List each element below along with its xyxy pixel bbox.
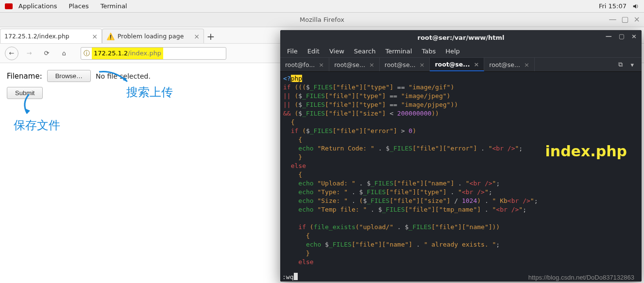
window-close-icon[interactable]: ×: [634, 15, 640, 24]
terminal-title: root@ser:/var/www/html: [417, 34, 504, 41]
url-path: /index.php: [128, 50, 161, 57]
browse-button[interactable]: Browse…: [47, 70, 91, 82]
filename-label: Filename:: [7, 72, 42, 81]
tab-label: Problem loading page: [118, 33, 184, 40]
window-maximize-icon[interactable]: ▢: [621, 15, 628, 24]
annotation-save-file: 保存文件: [14, 117, 60, 133]
firefox-tab-1[interactable]: 172.25.1.2/index.php ×: [0, 29, 102, 43]
no-file-text: No file selected.: [96, 72, 151, 80]
site-info-icon[interactable]: ⓘ: [81, 48, 92, 59]
code-token: <?: [283, 75, 291, 82]
terminal-body[interactable]: <?php if ((($_FILES["file"]["type"] == "…: [280, 72, 642, 282]
cursor-icon: [294, 273, 298, 280]
terminal-tab-4[interactable]: root@se...×: [484, 58, 535, 71]
terminal-maximize-icon[interactable]: ▢: [619, 33, 625, 40]
terminal-tab-label: root@se...: [334, 61, 365, 68]
vim-command: :wq: [282, 273, 293, 282]
gnome-top-bar: Applications Places Terminal Fri 15:07: [0, 0, 644, 13]
terminal-close-icon[interactable]: ×: [631, 33, 637, 40]
tab-close-icon[interactable]: ×: [92, 33, 98, 40]
menu-terminal[interactable]: Terminal: [101, 2, 127, 10]
tab-close-icon[interactable]: ×: [194, 33, 200, 40]
terminal-tab-1[interactable]: root@se...×: [329, 58, 380, 71]
tab-close-icon[interactable]: ×: [369, 61, 374, 68]
code-filename-overlay: index.php: [545, 147, 627, 156]
menu-applications[interactable]: Applications: [18, 2, 57, 10]
menu-places[interactable]: Places: [68, 2, 88, 10]
firefox-tab-2[interactable]: ⚠️ Problem loading page ×: [102, 29, 204, 43]
terminal-new-tab-icon[interactable]: ⧉: [614, 58, 627, 71]
nav-back-button[interactable]: ←: [5, 47, 18, 60]
terminal-tab-label: root@se...: [435, 61, 470, 68]
firefox-title: Mozilla Firefox: [300, 16, 344, 23]
reload-button[interactable]: ⟳: [40, 47, 53, 60]
tab-close-icon[interactable]: ×: [319, 61, 324, 68]
volume-icon[interactable]: [632, 3, 639, 10]
watermark: https://blog.csdn.net/DoDo837132863: [528, 274, 634, 281]
terminal-tab-label: root@fo...: [285, 61, 315, 68]
terminal-tab-3[interactable]: root@se...×: [430, 58, 484, 71]
terminal-titlebar: root@ser:/var/www/html — ▢ ×: [280, 30, 642, 45]
new-tab-button[interactable]: +: [204, 30, 218, 43]
home-button[interactable]: ⌂: [57, 47, 71, 60]
code-token: php: [291, 75, 302, 82]
menu-search[interactable]: Search: [354, 48, 376, 55]
terminal-tab-strip: root@fo...× root@se...× root@se...× root…: [280, 57, 642, 72]
terminal-tab-2[interactable]: root@se...×: [380, 58, 430, 71]
menu-tabs[interactable]: Tabs: [422, 48, 436, 55]
menu-file[interactable]: File: [287, 48, 298, 55]
menu-view[interactable]: View: [329, 48, 344, 55]
menu-terminal[interactable]: Terminal: [385, 48, 412, 55]
tab-close-icon[interactable]: ×: [524, 61, 529, 68]
menu-help[interactable]: Help: [445, 48, 460, 55]
url-host: 172.25.1.2: [94, 50, 128, 57]
window-minimize-icon[interactable]: —: [609, 15, 616, 24]
terminal-tab-0[interactable]: root@fo...×: [280, 58, 329, 71]
warning-icon: ⚠️: [106, 33, 115, 40]
address-bar[interactable]: ⓘ 172.25.1.2/index.php: [81, 47, 226, 60]
firefox-titlebar: Mozilla Firefox — ▢ ×: [0, 13, 644, 27]
terminal-window: root@ser:/var/www/html — ▢ × File Edit V…: [280, 30, 642, 282]
tab-close-icon[interactable]: ×: [474, 61, 479, 68]
terminal-tab-label: root@se...: [385, 61, 416, 68]
clock: Fri 15:07: [599, 2, 627, 10]
submit-button[interactable]: Submit: [7, 87, 43, 99]
terminal-minimize-icon[interactable]: —: [606, 33, 612, 40]
tab-close-icon[interactable]: ×: [420, 61, 425, 68]
terminal-tab-dropdown-icon[interactable]: ▾: [627, 58, 638, 71]
nav-forward-button[interactable]: →: [22, 47, 36, 60]
redhat-icon: [5, 3, 13, 9]
terminal-tab-label: root@se...: [489, 61, 520, 68]
terminal-menubar: File Edit View Search Terminal Tabs Help: [280, 45, 642, 57]
menu-edit[interactable]: Edit: [307, 48, 320, 55]
tab-label: 172.25.1.2/index.php: [4, 33, 69, 40]
